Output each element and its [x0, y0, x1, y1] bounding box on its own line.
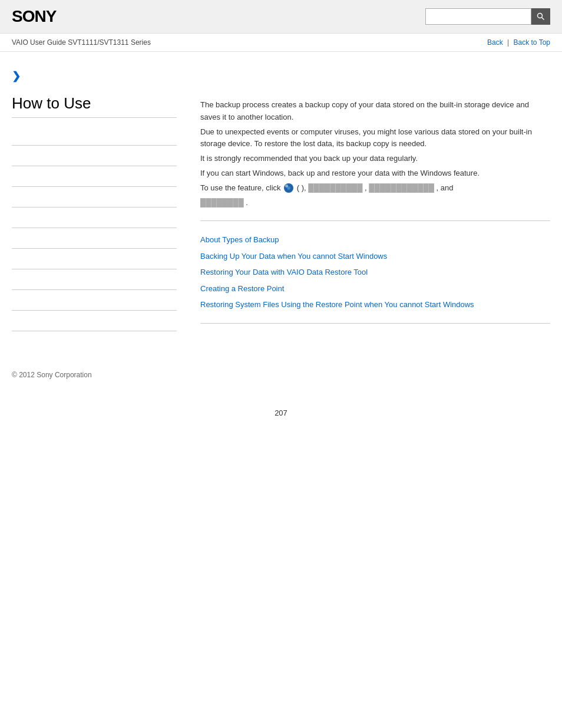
list-item[interactable]	[12, 228, 177, 249]
sidebar: ❯ How to Use	[12, 64, 189, 335]
sidebar-arrow: ❯	[12, 70, 177, 83]
back-to-top-link[interactable]: Back to Top	[514, 38, 550, 47]
list-item[interactable]	[12, 187, 177, 207]
link-about-backup[interactable]: About Types of Backup	[200, 233, 550, 246]
list-item[interactable]	[12, 311, 177, 331]
link-backing-up[interactable]: Backing Up Your Data when You cannot Sta…	[200, 249, 550, 263]
search-area	[425, 8, 550, 25]
paragraph-5: To use the feature, click ( ), █████████…	[200, 182, 550, 195]
divider-top	[200, 220, 550, 221]
links-section: About Types of Backup Backing Up Your Da…	[200, 233, 550, 311]
nav-bar: VAIO User Guide SVT1111/SVT1311 Series B…	[0, 34, 562, 52]
svg-point-0	[538, 14, 543, 18]
paragraph-1: The backup process creates a backup copy…	[200, 99, 550, 124]
nav-separator: |	[507, 38, 511, 47]
list-item[interactable]	[12, 125, 177, 146]
header: SONY	[0, 0, 562, 34]
windows-icon	[284, 183, 293, 193]
sidebar-title: How to Use	[12, 94, 177, 118]
link-restoring-system[interactable]: Restoring System Files Using the Restore…	[200, 298, 550, 311]
svg-line-1	[542, 18, 544, 20]
divider-bottom	[200, 323, 550, 324]
back-link[interactable]: Back	[487, 38, 503, 47]
paragraph-2: Due to unexpected events or computer vir…	[200, 126, 550, 151]
sidebar-menu	[12, 125, 177, 331]
search-input[interactable]	[425, 8, 531, 25]
list-item[interactable]	[12, 290, 177, 311]
list-item[interactable]	[12, 166, 177, 187]
paragraph-4: If you can start Windows, back up and re…	[200, 167, 550, 180]
search-button[interactable]	[531, 8, 550, 25]
guide-title: VAIO User Guide SVT1111/SVT1311 Series	[12, 38, 151, 47]
paragraph-3: It is strongly recommended that you back…	[200, 153, 550, 165]
list-item[interactable]	[12, 249, 177, 269]
footer: © 2012 Sony Corporation	[0, 359, 562, 385]
copyright: © 2012 Sony Corporation	[12, 371, 92, 379]
link-creating-restore[interactable]: Creating a Restore Point	[200, 282, 550, 295]
content-area: The backup process creates a backup copy…	[189, 64, 550, 335]
main-content: ❯ How to Use The backup process creates …	[0, 52, 562, 359]
search-icon	[537, 12, 545, 21]
list-item[interactable]	[12, 146, 177, 166]
paragraph-5-last: ████████ .	[200, 197, 550, 209]
nav-links: Back | Back to Top	[487, 38, 550, 47]
list-item[interactable]	[12, 207, 177, 228]
page-number: 207	[0, 409, 562, 429]
list-item[interactable]	[12, 269, 177, 290]
link-restoring-vaio[interactable]: Restoring Your Data with VAIO Data Resto…	[200, 265, 550, 279]
sony-logo: SONY	[12, 7, 56, 26]
